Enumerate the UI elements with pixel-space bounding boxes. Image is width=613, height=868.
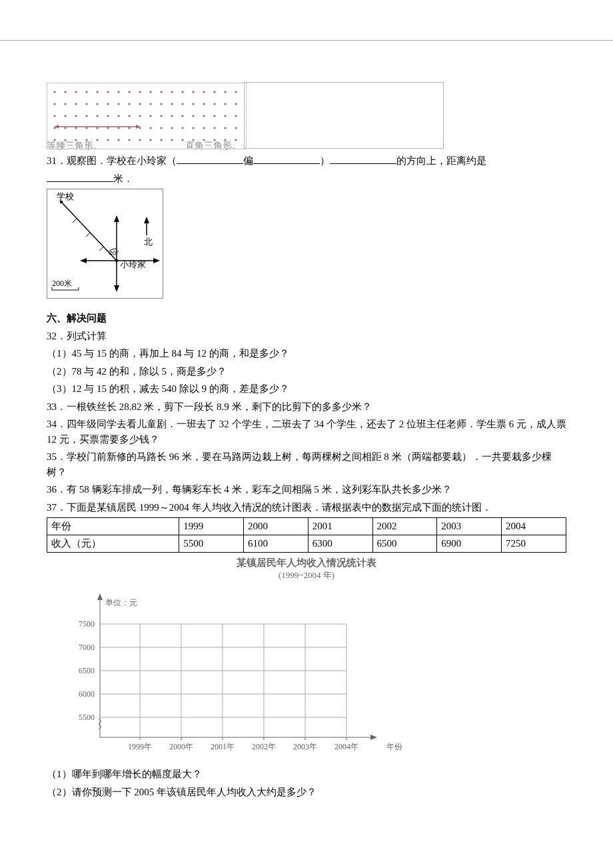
svg-point-67 <box>171 127 173 129</box>
q31-blank4[interactable] <box>47 172 113 182</box>
svg-point-22 <box>75 103 77 105</box>
svg-point-79 <box>107 139 109 141</box>
svg-point-49 <box>171 115 173 117</box>
td-val-0: 5500 <box>179 535 244 553</box>
svg-marker-114 <box>97 593 103 600</box>
q33: 33．一根铁丝长 28.82 米，剪下一段长 8.9 米，剩下的比剪下的多多少米… <box>47 399 566 415</box>
table-row: 收入（元） 5500 6100 6300 6500 6900 7250 <box>47 535 566 553</box>
svg-point-77 <box>85 139 87 141</box>
svg-point-34 <box>203 103 205 105</box>
svg-point-38 <box>53 115 55 117</box>
svg-point-87 <box>192 139 194 141</box>
q31-blank3[interactable] <box>330 154 396 164</box>
td-year-3: 2002 <box>372 518 437 535</box>
td-year-0: 1999 <box>179 518 244 535</box>
svg-point-12 <box>160 91 162 93</box>
bar-chart-blank-grid: 5500 6000 6500 7000 7500 单位：元 1999年 2000… <box>60 584 406 764</box>
svg-point-70 <box>203 127 205 129</box>
svg-point-72 <box>224 127 226 129</box>
svg-point-24 <box>96 103 98 105</box>
svg-point-9 <box>128 91 130 93</box>
svg-point-18 <box>224 91 226 93</box>
svg-point-10 <box>139 91 141 93</box>
svg-text:6500: 6500 <box>79 666 95 675</box>
svg-text:2001年: 2001年 <box>211 742 235 751</box>
svg-point-6 <box>96 91 98 93</box>
svg-point-25 <box>107 103 109 105</box>
svg-point-16 <box>203 91 205 93</box>
svg-point-43 <box>107 115 109 117</box>
q31-a: 31．观察图．学校在小玲家（ <box>47 155 177 166</box>
svg-point-76 <box>75 139 77 141</box>
section-6-heading: 六、解决问题 <box>47 311 566 326</box>
svg-point-57 <box>64 127 66 129</box>
dot-grid-figure: 等腰三角形。 直角三角形。 <box>47 82 566 149</box>
svg-point-64 <box>139 127 141 129</box>
q32-3: （3）12 与 15 的积，减去 540 除以 9 的商，差是多少？ <box>47 381 566 397</box>
svg-point-3 <box>64 91 66 93</box>
svg-point-39 <box>64 115 66 117</box>
svg-point-73 <box>235 127 237 129</box>
svg-point-89 <box>213 139 215 141</box>
svg-point-58 <box>75 127 77 129</box>
q34: 34．四年级同学去看儿童剧．一班去了 32 个学生，二班去了 34 个学生，还去… <box>47 417 566 447</box>
svg-point-27 <box>128 103 130 105</box>
td-year-4: 2003 <box>437 518 502 535</box>
north-label: 北 <box>144 237 153 247</box>
svg-point-50 <box>181 115 183 117</box>
svg-point-55 <box>235 115 237 117</box>
home-label: 小玲家 <box>120 259 146 269</box>
svg-text:7500: 7500 <box>79 619 95 629</box>
svg-point-71 <box>213 127 215 129</box>
svg-point-14 <box>181 91 183 93</box>
q31-blank1[interactable] <box>177 154 243 164</box>
svg-point-31 <box>171 103 173 105</box>
dot-grid-svg <box>244 82 444 149</box>
svg-point-46 <box>139 115 141 117</box>
dotgrid-left-label: 等腰三角形。 <box>47 140 103 152</box>
svg-point-8 <box>117 91 119 93</box>
td-val-4: 6900 <box>437 535 502 553</box>
svg-point-63 <box>128 127 130 129</box>
q31-blank2[interactable] <box>253 154 320 164</box>
svg-point-74 <box>53 139 55 141</box>
svg-point-86 <box>181 139 183 141</box>
svg-point-75 <box>64 139 66 141</box>
svg-point-82 <box>139 139 141 141</box>
svg-point-56 <box>53 127 55 129</box>
svg-point-13 <box>171 91 173 93</box>
svg-text:1999年: 1999年 <box>128 742 152 751</box>
svg-point-47 <box>149 115 151 117</box>
q32-1: （1）45 与 15 的商，再加上 84 与 12 的商，和是多少？ <box>47 346 566 361</box>
q37-sub2: （2）请你预测一下 2005 年该镇居民年人均收入大约是多少？ <box>47 785 566 800</box>
svg-text:7000: 7000 <box>79 643 95 652</box>
q31-d: 的方向上，距离约是 <box>396 155 486 166</box>
svg-rect-0 <box>244 83 443 149</box>
svg-text:2002年: 2002年 <box>252 742 276 751</box>
q31-c: ） <box>320 155 330 166</box>
svg-point-51 <box>192 115 194 117</box>
q32-stem: 32．列式计算 <box>47 329 566 344</box>
svg-point-81 <box>128 139 130 141</box>
svg-text:2004年: 2004年 <box>334 742 358 751</box>
svg-point-91 <box>235 139 237 141</box>
angle-label: 40° <box>109 249 119 257</box>
chart-title: 某镇居民年人均收入情况统计表 <box>47 557 566 569</box>
svg-point-61 <box>107 127 109 129</box>
svg-point-84 <box>160 139 162 141</box>
svg-point-30 <box>160 103 162 105</box>
svg-point-33 <box>192 103 194 105</box>
svg-point-36 <box>224 103 226 105</box>
td-val-2: 6300 <box>308 535 372 553</box>
svg-point-23 <box>85 103 87 105</box>
dotgrid-right-label: 直角三角形。 <box>185 140 241 152</box>
svg-point-90 <box>224 139 226 141</box>
svg-marker-97 <box>114 215 119 222</box>
q31-b: 偏 <box>243 155 253 166</box>
svg-point-53 <box>213 115 215 117</box>
svg-line-107 <box>73 219 77 223</box>
svg-point-19 <box>235 91 237 93</box>
svg-line-105 <box>99 247 103 251</box>
svg-point-62 <box>117 127 119 129</box>
svg-point-2 <box>53 91 55 93</box>
